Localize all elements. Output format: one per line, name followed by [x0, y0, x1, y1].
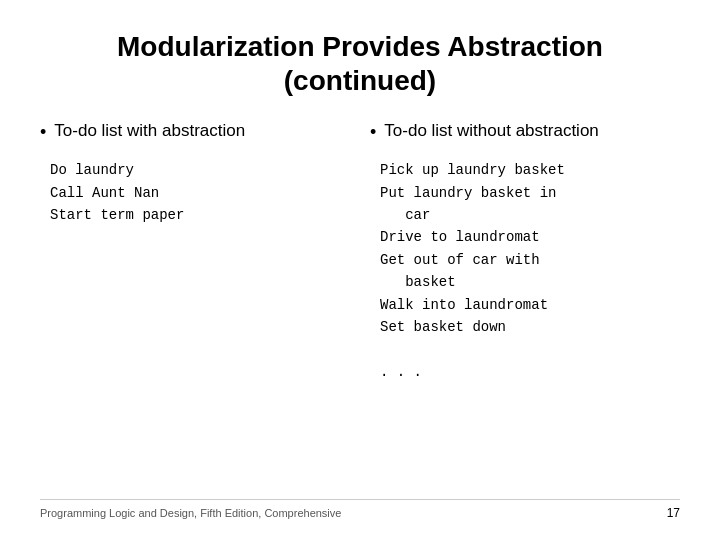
right-bullet-icon: •: [370, 122, 376, 143]
left-bullet-header: • To-do list with abstraction: [40, 121, 350, 143]
right-column: • To-do list without abstraction Pick up…: [370, 121, 680, 489]
right-bullet-header: • To-do list without abstraction: [370, 121, 680, 143]
footer-text: Programming Logic and Design, Fifth Edit…: [40, 507, 341, 519]
slide-footer: Programming Logic and Design, Fifth Edit…: [40, 499, 680, 520]
left-column: • To-do list with abstraction Do laundry…: [40, 121, 350, 489]
left-bullet-text: To-do list with abstraction: [54, 121, 245, 141]
left-bullet-icon: •: [40, 122, 46, 143]
slide-title: Modularization Provides Abstraction (con…: [40, 30, 680, 97]
right-code-block: Pick up laundry basket Put laundry baske…: [370, 159, 680, 383]
left-code-block: Do laundry Call Aunt Nan Start term pape…: [40, 159, 350, 226]
title-line1: Modularization Provides Abstraction: [117, 31, 603, 62]
slide: Modularization Provides Abstraction (con…: [0, 0, 720, 540]
right-bullet-text: To-do list without abstraction: [384, 121, 599, 141]
title-line2: (continued): [284, 65, 436, 96]
content-area: • To-do list with abstraction Do laundry…: [40, 121, 680, 489]
footer-page-number: 17: [667, 506, 680, 520]
